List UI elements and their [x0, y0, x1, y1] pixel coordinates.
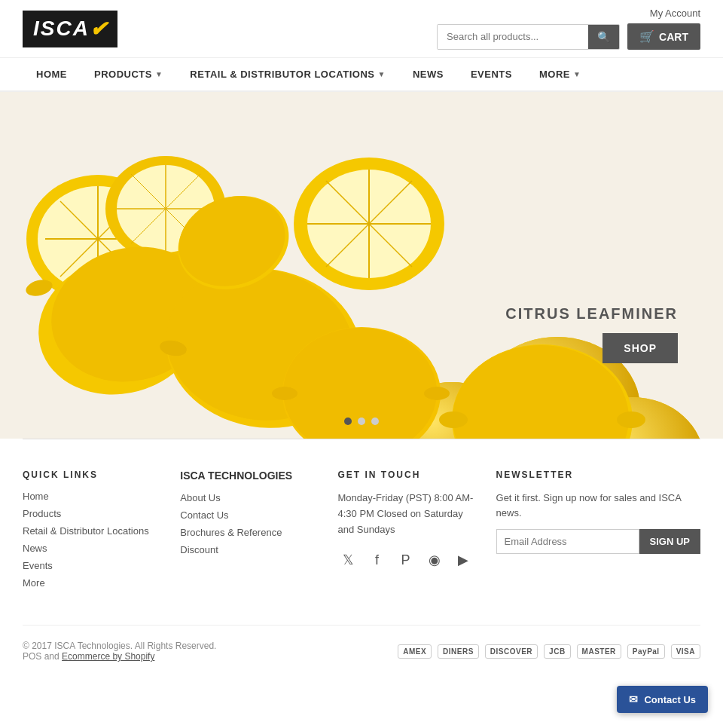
payment-icons: AMEX DINERS DISCOVER JCB MASTER PayPal V…	[398, 644, 700, 659]
search-box: 🔍	[437, 24, 620, 50]
search-input[interactable]	[438, 25, 588, 49]
header: ISCA ✔ My Account 🔍 🛒 CART	[0, 0, 723, 58]
social-icons: 𝕏 f P ◉ ▶	[338, 549, 474, 570]
carousel-dot-3[interactable]	[371, 418, 379, 425]
payment-diners: DINERS	[438, 644, 479, 659]
footer-link-news[interactable]: News	[23, 543, 157, 554]
svg-point-38	[424, 387, 450, 400]
nav-events[interactable]: EVENTS	[457, 58, 526, 90]
nav-news[interactable]: NEWS	[399, 58, 457, 90]
footer-link-brochures[interactable]: Brochures & Reference	[180, 527, 315, 538]
cart-label: CART	[659, 31, 688, 43]
hero-badge-text: CITRUS LEAFMINER	[505, 305, 678, 323]
cart-button[interactable]: 🛒 CART	[627, 23, 700, 50]
footer: QUICK LINKS Home Products Retail & Distr…	[0, 439, 723, 677]
my-account-link[interactable]: My Account	[650, 8, 700, 19]
footer-newsletter: NEWSLETTER Get it first. Sign up now for…	[496, 470, 700, 595]
header-right: My Account 🔍 🛒 CART	[437, 8, 700, 50]
svg-point-37	[272, 387, 297, 400]
chevron-down-icon: ▼	[155, 70, 163, 78]
hero-text-overlay: CITRUS LEAFMINER SHOP	[505, 305, 678, 363]
footer-link-home[interactable]: Home	[23, 491, 157, 502]
footer-quick-links: QUICK LINKS Home Products Retail & Distr…	[23, 470, 157, 595]
search-button[interactable]: 🔍	[588, 25, 619, 49]
nav-more[interactable]: MORE ▼	[526, 58, 594, 90]
chevron-down-icon: ▼	[573, 70, 581, 78]
carousel-dots	[344, 418, 379, 425]
carousel-dot-1[interactable]	[344, 418, 352, 425]
svg-point-41	[439, 411, 468, 428]
main-nav: HOME PRODUCTS ▼ RETAIL & DISTRIBUTOR LOC…	[0, 58, 723, 92]
twitter-icon[interactable]: 𝕏	[338, 549, 359, 570]
footer-link-about[interactable]: About Us	[180, 492, 315, 503]
quick-links-title: QUICK LINKS	[23, 470, 157, 480]
nav-retail-distributor[interactable]: RETAIL & DISTRIBUTOR LOCATIONS ▼	[176, 58, 399, 90]
footer-link-products[interactable]: Products	[23, 508, 157, 519]
newsletter-title: NEWSLETTER	[496, 470, 700, 480]
get-in-touch-title: GET IN TOUCH	[338, 470, 474, 480]
payment-paypal: PayPal	[627, 644, 665, 659]
footer-link-contact[interactable]: Contact Us	[180, 509, 315, 521]
footer-link-more[interactable]: More	[23, 577, 157, 589]
hero-banner: CITRUS LEAFMINER SHOP	[0, 92, 723, 439]
footer-link-events[interactable]: Events	[23, 560, 157, 571]
newsletter-email-input[interactable]	[496, 529, 639, 554]
logo-checkmark: ✔	[90, 17, 107, 41]
footer-grid: QUICK LINKS Home Products Retail & Distr…	[23, 470, 700, 595]
facebook-icon[interactable]: f	[367, 549, 388, 570]
carousel-dot-2[interactable]	[358, 418, 365, 425]
cart-icon: 🛒	[639, 29, 654, 44]
isca-tech-title: ISCA TECHNOLOGIES	[180, 470, 315, 482]
svg-point-42	[617, 411, 645, 428]
newsletter-signup-button[interactable]: SIGN UP	[639, 529, 700, 554]
payment-discover: DISCOVER	[485, 644, 538, 659]
pinterest-icon[interactable]: P	[395, 549, 416, 570]
footer-isca-tech: ISCA TECHNOLOGIES About Us Contact Us Br…	[180, 470, 315, 595]
chevron-down-icon: ▼	[378, 70, 386, 78]
youtube-icon[interactable]: ▶	[453, 549, 474, 570]
nav-products[interactable]: PRODUCTS ▼	[81, 58, 176, 90]
logo-text: ISCA	[33, 17, 90, 41]
payment-jcb: JCB	[544, 644, 571, 659]
hero-background: CITRUS LEAFMINER SHOP	[0, 92, 723, 439]
footer-copyright: © 2017 ISCA Technologies. All Rights Res…	[23, 641, 216, 662]
hero-illustration	[0, 92, 723, 439]
nav-home[interactable]: HOME	[23, 58, 81, 90]
payment-amex: AMEX	[398, 644, 432, 659]
instagram-icon[interactable]: ◉	[424, 549, 445, 570]
pos-text: POS	[23, 651, 41, 662]
logo-area: ISCA ✔	[23, 11, 117, 47]
newsletter-form: SIGN UP	[496, 529, 700, 554]
newsletter-description: Get it first. Sign up now for sales and …	[496, 491, 700, 520]
footer-bottom: © 2017 ISCA Technologies. All Rights Res…	[23, 625, 700, 662]
search-cart-row: 🔍 🛒 CART	[437, 23, 700, 50]
contact-hours: Monday-Friday (PST) 8:00 AM- 4:30 PM Clo…	[338, 491, 474, 537]
shop-button[interactable]: SHOP	[602, 333, 678, 363]
payment-visa: VISA	[671, 644, 700, 659]
logo[interactable]: ISCA ✔	[23, 11, 117, 47]
footer-link-discount[interactable]: Discount	[180, 544, 315, 555]
ecommerce-link[interactable]: Ecommerce by Shopify	[62, 651, 154, 662]
payment-mastercard: MASTER	[577, 644, 621, 659]
footer-get-in-touch: GET IN TOUCH Monday-Friday (PST) 8:00 AM…	[338, 470, 474, 595]
footer-link-retail[interactable]: Retail & Distributor Locations	[23, 525, 157, 537]
